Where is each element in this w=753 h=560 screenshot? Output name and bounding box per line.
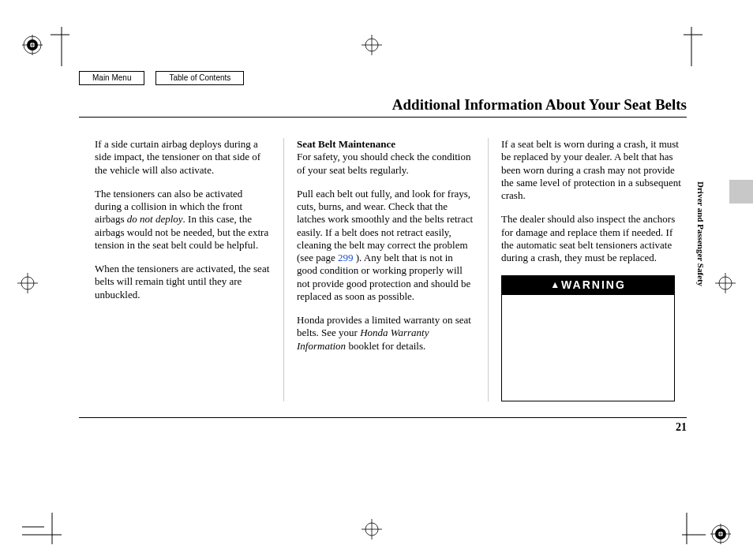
col2-p2: Pull each belt out fully, and look for f… <box>297 188 475 303</box>
register-mark-icon <box>710 524 731 544</box>
body-columns: If a side curtain airbag deploys during … <box>79 138 687 401</box>
main-menu-button[interactable]: Main Menu <box>79 71 144 85</box>
column-3: If a seat belt is worn during a crash, i… <box>501 138 683 401</box>
section-side-label: Driver and Passenger Safety <box>696 181 706 286</box>
title-row: Additional Information About Your Seat B… <box>79 96 687 118</box>
thumb-tab <box>729 180 753 203</box>
register-cross-icon <box>362 519 382 539</box>
crop-mark-icon <box>682 513 706 544</box>
col2-p1: Seat Belt Maintenance For safety, you sh… <box>297 138 475 177</box>
crop-mark-icon <box>684 27 702 66</box>
crop-mark-icon <box>51 27 69 66</box>
warning-triangle-icon: ▲ <box>550 279 560 291</box>
col3-p1: If a seat belt is worn during a crash, i… <box>501 138 683 202</box>
col1-p1: If a side curtain airbag deploys during … <box>95 138 271 177</box>
page-title: Additional Information About Your Seat B… <box>79 96 687 114</box>
col2-p3: Honda provides a limited warranty on sea… <box>297 314 475 353</box>
toc-button[interactable]: Table of Contents <box>155 71 244 85</box>
col1-p3: When the tensioners are activated, the s… <box>95 263 271 301</box>
register-cross-icon <box>17 273 38 293</box>
seat-belt-maintenance-heading: Seat Belt Maintenance <box>297 138 395 150</box>
col3-p2: The dealer should also inspect the ancho… <box>501 213 683 264</box>
register-mark-icon <box>22 35 43 55</box>
warning-box: ▲WARNING <box>501 275 675 401</box>
page-link-299[interactable]: 299 <box>338 252 354 263</box>
crop-mark-icon <box>22 513 62 544</box>
column-2: Seat Belt Maintenance For safety, you sh… <box>297 138 489 401</box>
column-1: If a side curtain airbag deploys during … <box>79 138 284 401</box>
nav-buttons: Main Menu Table of Contents <box>79 71 687 85</box>
warning-header: ▲WARNING <box>502 276 674 295</box>
register-cross-icon <box>362 35 382 55</box>
register-cross-icon <box>715 273 736 293</box>
page-number: 21 <box>79 417 687 434</box>
warning-label: WARNING <box>561 278 626 291</box>
col1-p2: The tensioners can also be activated dur… <box>95 188 271 252</box>
page-content: Main Menu Table of Contents Additional I… <box>79 71 687 434</box>
